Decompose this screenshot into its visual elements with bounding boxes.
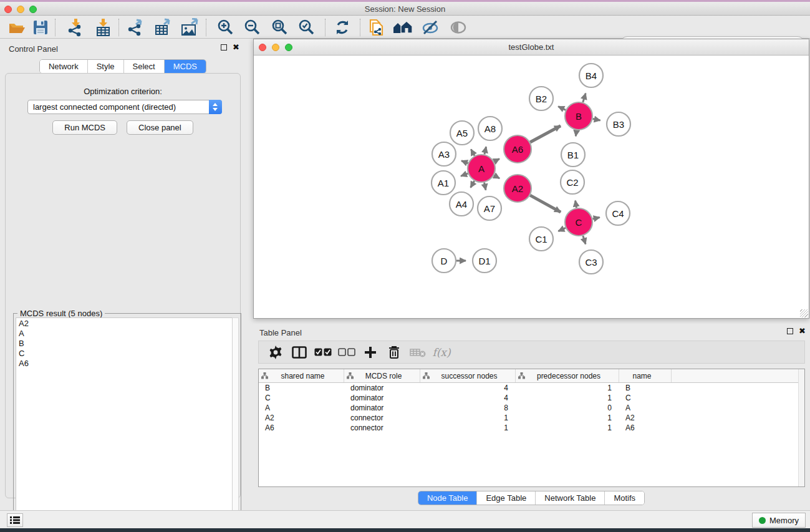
cell-successor-nodes[interactable]: 4 [420,394,516,402]
table-scrollbar[interactable] [798,369,804,486]
table-row[interactable]: A2connector11A2 [259,413,804,423]
export-image-icon[interactable] [178,18,201,37]
show-all-networks-icon[interactable] [392,18,414,37]
graph-edge-A-A5[interactable] [471,149,475,155]
import-network-icon[interactable] [64,18,87,37]
cell-predecessor-nodes[interactable]: 1 [516,423,619,432]
refresh-layout-icon[interactable] [331,18,354,37]
cell-name[interactable]: C [619,394,672,402]
select-all-checkboxes-icon[interactable] [311,348,335,356]
column-header-shared-name[interactable]: shared name [259,369,344,382]
cell-predecessor-nodes[interactable]: 1 [516,394,619,402]
tab-motifs[interactable]: Motifs [604,491,644,505]
deselect-all-checkboxes-icon[interactable] [335,348,359,356]
optimization-criterion-dropdown[interactable]: largest connected component (directed) [27,100,222,114]
graph-edge-C-C1[interactable] [558,228,566,231]
table-row[interactable]: Bdominator41B [259,383,804,393]
graph-edge-B-B1[interactable] [576,130,576,137]
cell-shared-name[interactable]: C [259,394,344,402]
cell-successor-nodes[interactable]: 1 [420,423,516,432]
graph-edge-C-C3[interactable] [583,236,586,244]
mcds-result-item[interactable]: A6 [16,358,233,368]
tab-network[interactable]: Network [40,60,87,73]
mcds-result-item[interactable]: A2 [16,318,233,328]
duplicate-network-icon[interactable] [365,18,387,37]
column-header-predecessor-nodes[interactable]: predecessor nodes [516,369,619,382]
tab-network-table[interactable]: Network Table [535,491,604,505]
open-session-icon[interactable] [6,18,28,37]
cell-MCDS-role[interactable]: dominator [344,404,420,412]
cell-shared-name[interactable]: B [259,384,344,392]
zoom-in-icon[interactable] [214,18,236,37]
graph-edge-A-A6[interactable] [494,159,499,162]
show-panel-list-button[interactable] [7,513,23,527]
graph-edge-C-C2[interactable] [576,201,577,208]
close-panel-button[interactable]: Close panel [127,120,193,135]
tab-select[interactable]: Select [123,60,164,73]
network-window-titlebar[interactable]: testGlobe.txt [254,39,809,56]
float-panel-icon[interactable] [221,44,227,51]
tab-mcds[interactable]: MCDS [164,60,206,73]
graph-edge-A-A8[interactable] [485,147,486,154]
graph-edge-B-B3[interactable] [593,119,600,120]
graph-edge-A2-C[interactable] [530,195,561,212]
cell-predecessor-nodes[interactable]: 1 [516,414,619,422]
cell-MCDS-role[interactable]: dominator [344,384,420,392]
graph-edge-A-A4[interactable] [471,181,475,188]
column-header-successor-nodes[interactable]: successor nodes [420,369,516,382]
cell-MCDS-role[interactable]: connector [344,423,420,432]
cell-successor-nodes[interactable]: 4 [420,384,516,392]
mcds-result-list[interactable]: A2ABCA6 [16,317,233,524]
graph-edge-C-C4[interactable] [592,218,599,220]
mcds-result-item[interactable]: C [16,348,233,358]
memory-button[interactable]: Memory [752,513,806,528]
save-session-icon[interactable] [29,18,52,37]
table-row[interactable]: Adominator80A [259,403,804,413]
mcds-result-scrollbar[interactable] [232,317,239,524]
hide-selected-icon[interactable] [419,18,441,37]
mcds-result-item[interactable]: A [16,328,233,338]
column-header-name[interactable]: name [619,369,672,382]
cell-name[interactable]: B [619,384,672,392]
cell-name[interactable]: A6 [619,423,672,432]
zoom-fit-icon[interactable] [268,18,291,37]
cell-name[interactable]: A [619,404,672,412]
graph-edge-A6-B[interactable] [530,126,561,142]
zoom-selected-icon[interactable] [295,18,317,37]
show-column-icon[interactable] [287,346,311,359]
export-table-icon[interactable] [152,18,174,37]
resize-grip-icon[interactable] [800,309,808,317]
cell-MCDS-role[interactable]: connector [344,414,420,422]
cell-name[interactable]: A2 [619,414,672,422]
delete-column-icon[interactable] [382,346,406,359]
cell-successor-nodes[interactable]: 1 [420,414,516,422]
delete-table-icon[interactable] [406,347,430,357]
export-network-icon[interactable] [124,18,147,37]
graph-edge-A-A3[interactable] [461,161,468,163]
close-table-panel-icon[interactable]: ✖ [799,328,806,334]
column-header-MCDS-role[interactable]: MCDS role [344,369,420,382]
graph-edge-B-B4[interactable] [583,94,586,102]
cell-predecessor-nodes[interactable]: 1 [516,384,619,392]
mcds-result-item[interactable]: B [16,338,233,348]
table-row[interactable]: Cdominator41C [259,393,804,403]
cell-shared-name[interactable]: A6 [259,423,344,432]
graph-edge-A-A2[interactable] [494,175,499,178]
zoom-out-icon[interactable] [241,18,263,37]
show-hidden-icon[interactable] [447,18,470,37]
tab-node-table[interactable]: Node Table [418,491,477,505]
table-options-icon[interactable] [264,346,287,359]
import-table-icon[interactable] [92,18,114,37]
cell-shared-name[interactable]: A2 [259,414,344,422]
add-column-icon[interactable] [359,346,382,359]
cell-MCDS-role[interactable]: dominator [344,394,420,402]
cell-successor-nodes[interactable]: 8 [420,404,516,412]
graph-edge-A-A7[interactable] [485,183,486,190]
table-row[interactable]: A6connector11A6 [259,423,804,433]
float-table-panel-icon[interactable] [787,328,793,334]
tab-edge-table[interactable]: Edge Table [476,491,535,505]
cell-shared-name[interactable]: A [259,404,344,412]
graph-edge-A-A1[interactable] [461,173,468,176]
cell-predecessor-nodes[interactable]: 0 [516,404,619,412]
run-mcds-button[interactable]: Run MCDS [52,120,117,135]
